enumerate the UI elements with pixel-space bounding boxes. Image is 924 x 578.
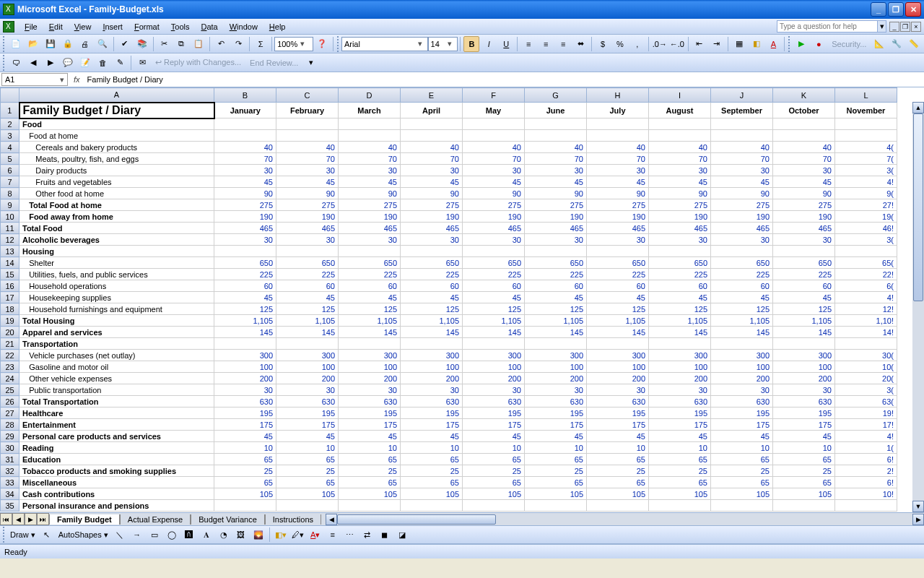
- cell-H2[interactable]: [587, 118, 649, 130]
- cell-H23[interactable]: 100: [587, 361, 649, 373]
- cell-B27[interactable]: 195: [214, 407, 276, 419]
- cell-B26[interactable]: 630: [214, 396, 276, 407]
- cell-B2[interactable]: [214, 118, 276, 130]
- cell-J15[interactable]: 225: [711, 269, 773, 280]
- cell-C4[interactable]: 40: [276, 142, 339, 153]
- cell-H25[interactable]: 30: [587, 384, 649, 396]
- cell-I11[interactable]: 465: [649, 223, 711, 234]
- cell-G6[interactable]: 30: [525, 165, 587, 176]
- cell-H11[interactable]: 465: [587, 223, 649, 234]
- cell-F21[interactable]: [463, 338, 525, 350]
- app-menu-icon[interactable]: [3, 21, 14, 33]
- cell-C23[interactable]: 100: [276, 361, 339, 373]
- cell-A21[interactable]: Transportation: [19, 338, 214, 350]
- cell-D15[interactable]: 225: [339, 269, 401, 280]
- row-header-29[interactable]: 29: [1, 431, 19, 442]
- cell-G7[interactable]: 45: [525, 176, 587, 188]
- cell-A26[interactable]: Total Transportation: [19, 396, 214, 407]
- row-header-14[interactable]: 14: [1, 257, 19, 269]
- cell-H17[interactable]: 45: [587, 292, 649, 303]
- font-size-combo[interactable]: 14▾: [428, 37, 458, 51]
- cell-I5[interactable]: 70: [649, 153, 711, 165]
- cell-C3[interactable]: [276, 130, 339, 142]
- percent-button[interactable]: %: [612, 36, 628, 52]
- cell-H9[interactable]: 275: [587, 199, 649, 211]
- cell-D31[interactable]: 65: [339, 454, 401, 465]
- row-header-18[interactable]: 18: [1, 303, 19, 315]
- cell-D21[interactable]: [339, 338, 401, 350]
- row-header-35[interactable]: 35: [1, 500, 19, 512]
- cell-C27[interactable]: 195: [276, 407, 339, 419]
- cell-C19[interactable]: 1,105: [276, 315, 339, 327]
- cell-A2[interactable]: Food: [19, 118, 214, 130]
- column-header-D[interactable]: D: [339, 88, 401, 103]
- cell-E24[interactable]: 200: [401, 373, 463, 384]
- cell-F13[interactable]: [463, 246, 525, 257]
- cell-B10[interactable]: 190: [214, 211, 276, 223]
- cell-C2[interactable]: [276, 118, 339, 130]
- cell-F18[interactable]: 125: [463, 303, 525, 315]
- redo-button[interactable]: ↷: [230, 36, 246, 52]
- cell-L23[interactable]: 10(: [835, 361, 897, 373]
- cell-H34[interactable]: 105: [587, 488, 649, 500]
- cell-F27[interactable]: 195: [463, 407, 525, 419]
- cell-G28[interactable]: 175: [525, 419, 587, 431]
- cell-J34[interactable]: 105: [711, 488, 773, 500]
- cell-H28[interactable]: 175: [587, 419, 649, 431]
- cell-E18[interactable]: 125: [401, 303, 463, 315]
- cell-I35[interactable]: [649, 500, 711, 512]
- cell-F14[interactable]: 650: [463, 257, 525, 269]
- cell-G4[interactable]: 40: [525, 142, 587, 153]
- cell-E13[interactable]: [401, 246, 463, 257]
- cell-J29[interactable]: 45: [711, 431, 773, 442]
- cell-D28[interactable]: 175: [339, 419, 401, 431]
- cell-D22[interactable]: 300: [339, 350, 401, 361]
- cell-H12[interactable]: 30: [587, 234, 649, 246]
- row-header-5[interactable]: 5: [1, 153, 19, 165]
- cell-F25[interactable]: 30: [463, 384, 525, 396]
- cell-K10[interactable]: 190: [773, 211, 835, 223]
- bold-button[interactable]: B: [463, 36, 479, 52]
- workbook-restore-button[interactable]: ❐: [900, 22, 910, 32]
- print-preview-button[interactable]: 🔍: [95, 36, 110, 52]
- cell-G5[interactable]: 70: [525, 153, 587, 165]
- cell-C22[interactable]: 300: [276, 350, 339, 361]
- row-header-12[interactable]: 12: [1, 234, 19, 246]
- row-header-34[interactable]: 34: [1, 488, 19, 500]
- cell-A13[interactable]: Housing: [19, 246, 214, 257]
- cell-C30[interactable]: 10: [276, 442, 339, 454]
- cell-D1[interactable]: March: [339, 103, 401, 118]
- cell-A6[interactable]: Dairy products: [19, 165, 214, 176]
- cell-C1[interactable]: February: [276, 103, 339, 118]
- column-header-H[interactable]: H: [587, 88, 649, 103]
- cell-E33[interactable]: 65: [401, 477, 463, 488]
- cell-I14[interactable]: 650: [649, 257, 711, 269]
- cell-E14[interactable]: 650: [401, 257, 463, 269]
- cell-B19[interactable]: 1,105: [214, 315, 276, 327]
- cell-B4[interactable]: 40: [214, 142, 276, 153]
- cell-K16[interactable]: 60: [773, 280, 835, 292]
- cell-I31[interactable]: 65: [649, 454, 711, 465]
- row-header-23[interactable]: 23: [1, 361, 19, 373]
- ink-button[interactable]: ✎: [112, 55, 128, 71]
- row-header-6[interactable]: 6: [1, 165, 19, 176]
- row-header-17[interactable]: 17: [1, 292, 19, 303]
- cell-E30[interactable]: 10: [401, 442, 463, 454]
- cell-H35[interactable]: [587, 500, 649, 512]
- row-header-2[interactable]: 2: [1, 118, 19, 130]
- cell-G2[interactable]: [525, 118, 587, 130]
- next-comment-button[interactable]: ▶: [43, 55, 58, 71]
- column-header-B[interactable]: B: [214, 88, 276, 103]
- cell-K4[interactable]: 40: [773, 142, 835, 153]
- cell-F32[interactable]: 25: [463, 465, 525, 477]
- align-center-button[interactable]: ≡: [538, 36, 554, 52]
- cell-F7[interactable]: 45: [463, 176, 525, 188]
- cell-H29[interactable]: 45: [587, 431, 649, 442]
- cell-L4[interactable]: 4(: [835, 142, 897, 153]
- cell-K3[interactable]: [773, 130, 835, 142]
- cell-B14[interactable]: 650: [214, 257, 276, 269]
- cell-D6[interactable]: 30: [339, 165, 401, 176]
- new-comment-button[interactable]: 🗨: [8, 55, 24, 71]
- cell-F10[interactable]: 190: [463, 211, 525, 223]
- cell-K34[interactable]: 105: [773, 488, 835, 500]
